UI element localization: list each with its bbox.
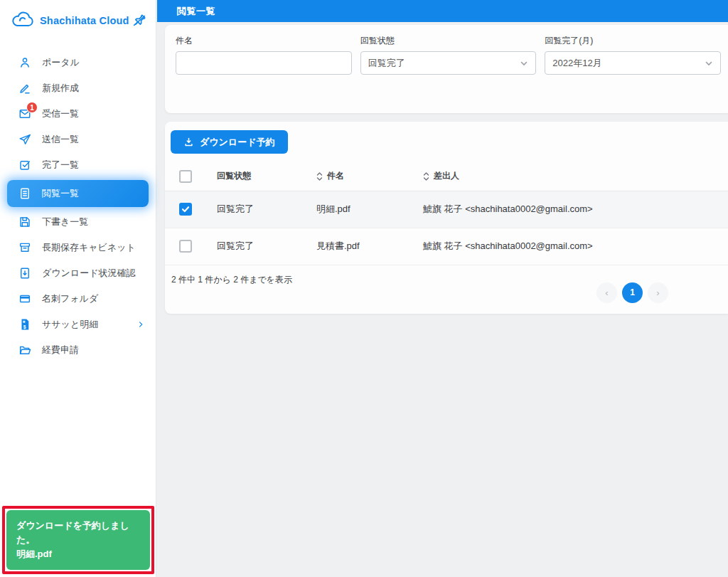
month-select[interactable]: 2022年12月 <box>545 51 721 75</box>
sort-icon[interactable] <box>316 171 323 181</box>
row-sender-cell: 鯱旗 花子 <shachihata0002@gmail.com> <box>409 240 728 253</box>
page-header: 閲覧一覧 <box>157 0 728 22</box>
pagination-page-1-button[interactable]: 1 <box>622 282 643 303</box>
subject-input[interactable] <box>176 51 352 75</box>
sidebar-item-sent[interactable]: 送信一覧 <box>0 127 156 152</box>
main-area: 閲覧一覧 件名 回覧状態 回覧完了 <box>157 0 728 577</box>
row-checkbox[interactable] <box>179 203 192 216</box>
row-subject-cell: 明細.pdf <box>302 203 409 216</box>
mail-icon: 1 <box>18 107 31 120</box>
search-panel: 件名 回覧状態 回覧完了 回覧完了(月) 2022年12月 <box>165 25 728 113</box>
sidebar-nav: ポータル新規作成1受信一覧送信一覧完了一覧閲覧一覧下書き一覧長期保存キャビネット… <box>0 50 156 363</box>
pagination-next-button[interactable]: › <box>648 282 668 303</box>
column-header: 回覧状態 <box>206 170 302 182</box>
sidebar-item-view-list[interactable]: 閲覧一覧 <box>7 180 149 207</box>
sidebar-item-download-status[interactable]: ダウンロード状況確認 <box>0 260 156 286</box>
row-checkbox[interactable] <box>179 240 192 253</box>
chevron-right-icon <box>136 319 146 329</box>
sidebar-item-inbox[interactable]: 1受信一覧 <box>0 101 156 127</box>
pencil-icon <box>18 82 31 95</box>
sidebar-item-new-create[interactable]: 新規作成 <box>0 75 156 101</box>
month-select-value: 2022年12月 <box>552 57 601 70</box>
sidebar-item-label: 名刺フォルダ <box>42 292 146 305</box>
sidebar-item-label: 長期保存キャビネット <box>42 241 146 254</box>
subject-label: 件名 <box>176 35 352 47</box>
receipt-icon: $ <box>18 318 31 331</box>
status-select-value: 回覧完了 <box>368 57 405 70</box>
sidebar-item-label: 新規作成 <box>42 82 146 95</box>
month-label: 回覧完了(月) <box>545 35 721 47</box>
download-reserve-label: ダウンロード予約 <box>200 136 275 149</box>
toast-notification: ダウンロードを予約しました。 明細.pdf <box>6 510 150 570</box>
sidebar-item-cabinet[interactable]: 長期保存キャビネット <box>0 235 156 260</box>
chevron-down-icon <box>705 59 713 68</box>
status-select[interactable]: 回覧完了 <box>360 51 537 75</box>
table-body: 回覧完了明細.pdf鯱旗 花子 <shachihata0002@gmail.co… <box>165 191 728 265</box>
sidebar-item-label: 閲覧一覧 <box>42 187 139 200</box>
sidebar-item-label: 下書き一覧 <box>42 216 146 228</box>
cloud-logo-icon <box>11 11 34 30</box>
sidebar-item-label: 送信一覧 <box>42 133 146 146</box>
column-header-label: 回覧状態 <box>217 170 251 182</box>
month-field-group: 回覧完了(月) 2022年12月 <box>545 35 721 75</box>
table-header-row: 回覧状態件名差出人 <box>165 162 728 191</box>
sidebar-item-label: 完了一覧 <box>42 159 146 171</box>
result-summary: 2 件中 1 件から 2 件までを表示 <box>171 274 292 286</box>
svg-text:$: $ <box>23 324 26 330</box>
status-label: 回覧状態 <box>360 35 537 47</box>
toast-filename: 明細.pdf <box>16 547 140 561</box>
annotation-highlight-box: ダウンロードを予約しました。 明細.pdf <box>2 506 154 574</box>
pagination-prev-button[interactable]: ‹ <box>596 282 617 303</box>
card-icon <box>18 292 31 305</box>
sidebar-item-label: ササッと明細 <box>42 318 136 331</box>
toast-message: ダウンロードを予約しました。 <box>16 519 140 547</box>
file-download-icon <box>18 267 31 280</box>
chevron-down-icon <box>520 59 528 68</box>
sidebar-item-drafts[interactable]: 下書き一覧 <box>0 209 156 235</box>
download-icon <box>183 137 194 147</box>
subject-field-group: 件名 <box>176 35 352 75</box>
page-title: 閲覧一覧 <box>177 5 215 18</box>
row-status-cell: 回覧完了 <box>206 240 302 253</box>
send-icon <box>18 133 31 146</box>
sidebar: Shachihata Cloud ポータル新規作成1受信一覧送信一覧完了一覧閲覧… <box>0 0 156 577</box>
sidebar-item-card-folder[interactable]: 名刺フォルダ <box>0 286 156 312</box>
sidebar-item-label: 受信一覧 <box>42 107 146 120</box>
check-square-icon <box>18 159 31 171</box>
column-header[interactable]: 件名 <box>302 170 409 182</box>
pagination: ‹ 1 › <box>596 282 668 303</box>
doc-list-icon <box>18 187 31 200</box>
brand-name: Shachihata Cloud <box>40 15 132 26</box>
row-sender-cell: 鯱旗 花子 <shachihata0002@gmail.com> <box>409 203 728 216</box>
download-reserve-button[interactable]: ダウンロード予約 <box>171 130 288 154</box>
folder-open-icon <box>18 344 31 356</box>
sidebar-item-label: ポータル <box>42 56 146 69</box>
status-field-group: 回覧状態 回覧完了 <box>360 35 537 75</box>
unpin-sidebar-icon[interactable] <box>132 13 147 28</box>
sort-icon[interactable] <box>423 171 429 181</box>
app-root: Shachihata Cloud ポータル新規作成1受信一覧送信一覧完了一覧閲覧… <box>0 0 728 577</box>
sidebar-item-completed[interactable]: 完了一覧 <box>0 152 156 178</box>
archive-icon <box>18 241 31 254</box>
column-header-label: 件名 <box>327 170 344 182</box>
table-footer: 2 件中 1 件から 2 件までを表示 ‹ 1 › <box>165 265 728 312</box>
list-panel: ダウンロード予約 回覧状態件名差出人 回覧完了明細.pdf鯱旗 花子 <shac… <box>165 122 728 314</box>
save-icon <box>18 216 31 228</box>
column-header[interactable]: 差出人 <box>409 170 728 182</box>
circulation-table: 回覧状態件名差出人 回覧完了明細.pdf鯱旗 花子 <shachihata000… <box>165 162 728 265</box>
sidebar-item-label: 経費申請 <box>42 344 146 356</box>
row-status-cell: 回覧完了 <box>206 203 302 216</box>
select-all-checkbox[interactable] <box>179 170 192 183</box>
column-header-label: 差出人 <box>434 170 459 182</box>
sidebar-item-portal[interactable]: ポータル <box>0 50 156 75</box>
table-row: 回覧完了見積書.pdf鯱旗 花子 <shachihata0002@gmail.c… <box>165 228 728 265</box>
user-icon <box>18 56 31 69</box>
sidebar-logo-row: Shachihata Cloud <box>0 0 156 40</box>
unread-count-badge: 1 <box>26 102 38 113</box>
sidebar-item-label: ダウンロード状況確認 <box>42 267 146 280</box>
table-row: 回覧完了明細.pdf鯱旗 花子 <shachihata0002@gmail.co… <box>165 191 728 228</box>
sidebar-item-expense[interactable]: 経費申請 <box>0 337 156 363</box>
sidebar-item-sasatto-meisai[interactable]: $ササッと明細 <box>0 312 156 337</box>
row-subject-cell: 見積書.pdf <box>302 240 409 253</box>
